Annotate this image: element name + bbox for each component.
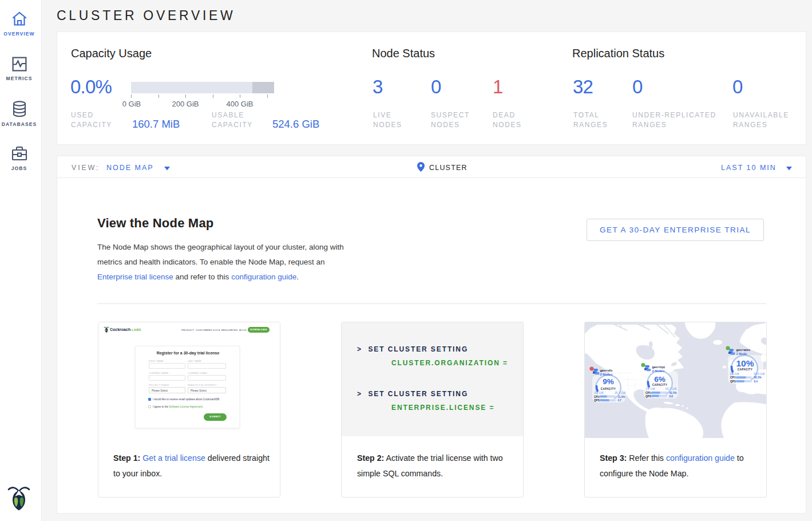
svg-text:8.4: 8.4 xyxy=(754,380,758,383)
svg-text:58.3%: 58.3% xyxy=(754,376,762,379)
svg-text:2 Nodes: 2 Nodes xyxy=(652,369,665,373)
svg-text:geo=ams: geo=ams xyxy=(736,348,750,352)
svg-text:CAPACITY: CAPACITY xyxy=(652,384,667,386)
svg-text:geo=sfo: geo=sfo xyxy=(600,369,613,372)
svg-text:CAPACITY: CAPACITY xyxy=(738,368,752,371)
svg-text:4.7: 4.7 xyxy=(618,399,622,402)
svg-text:9%: 9% xyxy=(603,377,614,386)
svg-text:QPS: QPS xyxy=(594,399,600,402)
svg-text:3.6 GiB: 3.6 GiB xyxy=(730,372,739,376)
svg-text:CAPACITY: CAPACITY xyxy=(601,388,616,390)
svg-text:6%: 6% xyxy=(654,375,666,384)
svg-text:geo=nyc: geo=nyc xyxy=(652,365,666,369)
svg-text:1 Node: 1 Node xyxy=(736,352,747,356)
svg-text:8.8: 8.8 xyxy=(670,395,674,398)
svg-text:56.6 GiB: 56.6 GiB xyxy=(754,372,765,376)
svg-text:65.7 GiB: 65.7 GiB xyxy=(666,387,677,390)
svg-text:2 Nodes: 2 Nodes xyxy=(600,373,613,376)
svg-text:CPU: CPU xyxy=(645,392,651,394)
svg-text:3.2 GiB: 3.2 GiB xyxy=(594,391,604,394)
svg-text:10%: 10% xyxy=(736,358,754,368)
svg-text:QPS: QPS xyxy=(730,380,736,383)
svg-text:11.0%: 11.0% xyxy=(618,396,625,398)
svg-text:42.5%: 42.5% xyxy=(670,392,677,394)
svg-text:QPS: QPS xyxy=(645,395,651,398)
svg-text:CPU: CPU xyxy=(730,376,736,379)
svg-text:3.7 GiB: 3.7 GiB xyxy=(645,387,655,390)
svg-text:CPU: CPU xyxy=(594,396,600,398)
svg-text:35.1 GiB: 35.1 GiB xyxy=(615,391,626,394)
